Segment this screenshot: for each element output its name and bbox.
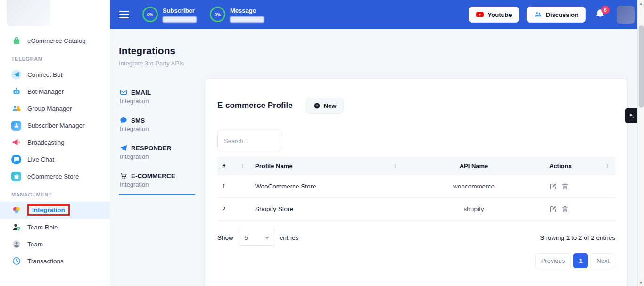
sidebar-item-ecommerce-store[interactable]: eCommerce Store [0,168,110,185]
green-bag-icon [11,36,21,46]
sidebar-item-ecommerce-catalog[interactable]: eCommerce Catalog [0,32,110,49]
page-size-group: Show 5 entries [217,229,298,246]
sidebar-item-label: eCommerce Store [27,173,79,180]
pagination-next-button[interactable]: Next [590,253,615,268]
paper-plane-icon [120,144,127,152]
sort-icon[interactable] [604,163,611,169]
tab-label: EMAIL [131,89,151,96]
assistant-floating-button[interactable] [625,108,637,123]
sidebar-item-team[interactable]: Team [0,236,110,253]
main-column: 0% Subscriber 0% Message Youtu [110,0,644,286]
scrollbar-thumb[interactable] [639,25,644,108]
tab-sms-integration[interactable]: SMS Integration [119,112,195,139]
cell-profile-name: WooCommerce Store [250,175,403,198]
trash-icon [561,205,569,213]
message-stat-value-redacted [230,16,264,23]
edit-pencil-icon [549,205,557,213]
tab-sublabel: Integration [120,181,194,188]
show-label: Show [217,234,233,241]
sidebar-item-label: Integration [27,204,70,216]
sidebar-item-connect-bot[interactable]: Connect Bot [0,66,110,83]
header-index[interactable]: # [217,157,250,175]
cell-index: 2 [217,198,250,221]
sidebar-item-broadcasting[interactable]: Broadcasting [0,134,110,151]
scrollbar-down-arrow-icon[interactable]: ▼ [638,279,644,286]
profiles-table: # Profile Name [217,157,615,221]
app-root: eCommerce Catalog TELEGRAM Connect Bot B… [0,0,644,286]
envelope-icon [120,89,127,96]
sidebar-item-integration[interactable]: Integration [0,202,110,219]
subscriber-stat-value-redacted [163,16,197,23]
sidebar-item-label: Live Chat [27,156,54,163]
discussion-button-label: Discussion [546,11,578,18]
tab-sublabel: Integration [120,125,194,132]
delete-button[interactable] [561,205,569,213]
sparkle-icon [627,112,635,120]
page-size-select[interactable]: 5 [238,229,275,246]
cell-index: 1 [217,175,250,198]
search-input[interactable] [217,131,282,151]
discussion-button[interactable]: Discussion [527,7,586,23]
sidebar-item-label: Bot Manager [27,88,64,95]
header-actions[interactable]: Actions [545,157,615,175]
scrollbar-up-arrow-icon[interactable]: ▲ [638,0,644,7]
sidebar-item-subscriber-manager[interactable]: Subscriber Manager [0,117,110,134]
trash-icon [561,182,569,190]
cell-profile-name: Shopify Store [250,198,403,221]
edit-button[interactable] [549,182,557,190]
plus-circle-icon [314,102,321,109]
pagination-previous-button[interactable]: Previous [535,253,571,268]
youtube-button-label: Youtube [488,11,512,18]
sidebar-item-live-chat[interactable]: Live Chat [0,151,110,168]
page-title: Integrations [119,45,628,57]
message-stat-label: Message [230,7,264,14]
notifications-button[interactable]: 6 [595,8,605,21]
tab-email-integration[interactable]: EMAIL Integration [119,84,195,112]
sidebar-item-transactions[interactable]: Transactions [0,253,110,270]
tab-label: SMS [131,117,145,124]
cell-actions [545,175,615,198]
pagination-page-1-button[interactable]: 1 [573,253,588,268]
telegram-icon [11,70,21,80]
header-profile-name[interactable]: Profile Name [250,157,403,175]
sidebar-item-bot-manager[interactable]: Bot Manager [0,83,110,100]
pagination: Previous 1 Next [217,253,615,268]
cell-actions [545,198,615,221]
page-scrollbar[interactable]: ▲ ▼ [637,0,644,286]
menu-icon[interactable] [119,11,129,18]
sms-bubble-icon [120,116,127,124]
notification-count-badge: 6 [601,6,610,14]
team-role-icon [11,222,21,232]
cart-icon [120,172,127,180]
sort-icon[interactable] [392,163,398,169]
card-title: E-commerce Profile [217,101,293,110]
table-header-row: # Profile Name [217,157,615,175]
store-bag-icon [11,172,21,181]
tab-ecommerce-integration[interactable]: E-COMMERCE Integration [119,167,195,195]
header-api-name[interactable]: API Name [403,157,545,175]
sort-icon[interactable] [239,163,246,169]
robot-icon [11,87,21,97]
tab-label: RESPONDER [131,145,172,152]
new-profile-button[interactable]: New [306,98,344,114]
subscriber-progress-ring: 0% [142,7,158,22]
sidebar-item-team-role[interactable]: Team Role [0,219,110,236]
integration-tabs: EMAIL Integration SMS Integration [119,78,195,195]
avatar[interactable] [617,6,635,24]
tab-responder-integration[interactable]: RESPONDER Integration [119,139,195,167]
integration-dots-icon [11,205,21,215]
table-row: 1 WooCommerce Store woocommerce [217,175,615,198]
tab-sublabel: Integration [120,153,194,160]
delete-button[interactable] [561,182,569,190]
sidebar-item-label: Team [27,241,43,248]
sidebar-item-label: Transactions [27,258,64,265]
edit-pencil-icon [549,182,557,190]
sidebar-item-group-manager[interactable]: Group Manager [0,100,110,117]
chevron-down-icon [264,235,270,241]
top-navbar: 0% Subscriber 0% Message Youtu [110,0,644,29]
sidebar: eCommerce Catalog TELEGRAM Connect Bot B… [0,0,110,286]
youtube-button[interactable]: Youtube [469,7,519,23]
edit-button[interactable] [549,205,557,213]
sidebar-item-label: Broadcasting [27,139,65,146]
message-stat: 0% Message [210,7,264,23]
